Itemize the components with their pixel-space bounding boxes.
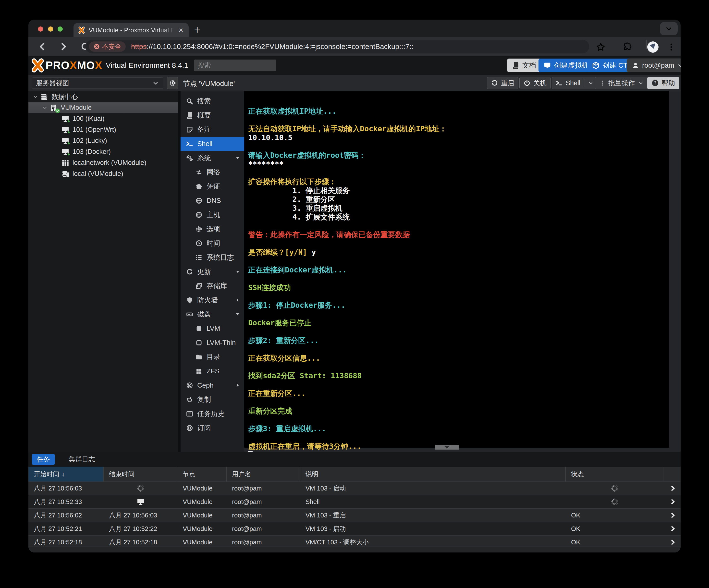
retweet-icon [186,396,193,403]
tab-close-icon[interactable]: × [178,26,184,34]
ceph-icon [186,382,193,389]
terminal-line: 找到sda2分区 Start: 1138688 [248,371,669,380]
datacenter-icon [40,92,49,101]
browser-menu-icon[interactable] [667,40,676,54]
menu-item-ceph[interactable]: Ceph [181,378,244,393]
shell-button[interactable]: Shell [552,77,598,89]
tree-settings-button[interactable] [167,77,178,89]
tree-item-localnetwork-vumodule-[interactable]: localnetwork (VUModule) [28,157,178,168]
column-header-1[interactable]: 开始时间 ↓ [28,467,104,481]
column-header-5[interactable]: 说明 [300,467,566,481]
note-icon [186,126,193,133]
expanded-arrow-icon[interactable] [235,269,240,274]
task-row[interactable]: 八月 27 10:52:21八月 27 10:52:22VUModuleroot… [28,522,681,535]
tree-item-100-ikuai-[interactable]: 100 (iKuai) [28,113,178,124]
task-row[interactable]: 八月 27 10:56:03VUModuleroot@pamVM 103 - 启… [28,481,681,495]
menu-item-lvm-thin[interactable]: LVM-Thin [181,336,244,350]
collapsed-arrow-icon[interactable] [235,383,240,388]
menu-item--[interactable]: 搜索 [181,94,244,108]
tree-item-103-docker-[interactable]: 103 (Docker) [28,146,178,157]
task-end-time: 八月 27 10:52:22 [109,525,157,533]
tab-search-button[interactable] [660,22,678,35]
menu-item--[interactable]: 任务历史 [181,407,244,421]
maximize-window-button[interactable] [58,26,63,32]
menu-item--[interactable]: 复制 [181,393,244,407]
task-detail-button[interactable] [663,509,681,522]
extensions-puzzle-icon[interactable] [622,40,632,54]
pve-search-input[interactable] [194,59,277,71]
not-secure-icon [93,43,100,50]
menu-item--[interactable]: 概要 [181,108,244,123]
tree-splitter[interactable] [178,91,181,452]
menu-item--[interactable]: 订阅 [181,421,244,435]
task-row[interactable]: 八月 27 10:56:02八月 27 10:56:03VUModuleroot… [28,508,681,522]
column-header-2[interactable]: 结束时间 [104,467,177,481]
forward-icon[interactable] [59,42,69,51]
menu-item--[interactable]: 磁盘 [181,307,244,321]
menu-item--[interactable]: 存储库 [181,279,244,293]
caret-down-icon[interactable] [33,94,38,100]
menu-item-dns[interactable]: DNS [181,193,244,208]
menu-item--[interactable]: 系统 [181,151,244,165]
bulk-actions-button[interactable]: 批量操作 [595,77,648,89]
menu-item--[interactable]: 更新 [181,265,244,279]
create-vm-button[interactable]: 创建虚拟机 [539,58,593,72]
task-row[interactable]: 八月 27 10:52:33VUModuleroot@pamShell [28,495,681,508]
menu-item--[interactable]: 选项 [181,222,244,236]
terminal-line [248,363,669,371]
tree-item-vumodule[interactable]: VUModule [28,102,178,113]
shutdown-button[interactable]: 关机 [519,77,551,89]
view-selector[interactable]: 服务器视图 [32,77,163,89]
browser-window: VUModule - Proxmox Virtual E × + 不安全 htt… [28,20,681,553]
menu-item--[interactable]: 凭证 [181,179,244,193]
column-header-3[interactable]: 节点 [177,467,227,481]
create-ct-button[interactable]: 创建 CT [587,58,632,72]
task-tab-inactive[interactable]: 集群日志 [64,454,100,465]
menu-item--[interactable]: 目录 [181,350,244,364]
view-selector-label: 服务器视图 [36,79,69,87]
security-badge[interactable]: 不安全 [89,42,126,52]
spinner-icon [610,484,619,492]
expanded-arrow-icon[interactable] [235,312,240,317]
tree-item-101-openwrt-[interactable]: 101 (OpenWrt) [28,124,178,135]
menu-item-label: 主机 [207,210,220,219]
task-detail-button[interactable] [663,522,681,535]
task-detail-button[interactable] [663,482,681,495]
menu-item-shell[interactable]: Shell [181,137,244,151]
docs-button[interactable]: 文档 [507,58,541,72]
menu-item--[interactable]: 时间 [181,236,244,250]
menu-item--[interactable]: 主机 [181,208,244,222]
restart-button[interactable]: 重启 [487,77,518,89]
vm-icon [61,126,70,134]
column-header-4[interactable]: 用户名 [227,467,300,481]
task-detail-button[interactable] [663,495,681,508]
menu-item-zfs[interactable]: ZFS [181,364,244,378]
caret-down-icon[interactable] [42,105,48,110]
column-header-6[interactable]: 状态 [566,467,663,481]
task-tab-active[interactable]: 任务 [32,454,55,465]
close-window-button[interactable] [38,26,43,32]
menu-item-lvm[interactable]: LVM [181,321,244,336]
menu-item-label: 搜索 [197,97,211,106]
shell-terminal[interactable]: 正在获取虚拟机IP地址... 无法自动获取IP地址，请手动输入Docker虚拟机… [244,91,669,448]
menu-item--[interactable]: 防火墙 [181,293,244,307]
new-tab-button[interactable]: + [194,25,201,35]
minimize-window-button[interactable] [48,26,53,32]
tree-item-local-vumodule-[interactable]: local (VUModule) [28,168,178,179]
tree-item--[interactable]: 数据中心 [28,91,178,102]
back-icon[interactable] [37,42,47,51]
menu-item--[interactable]: 备注 [181,123,244,137]
bookmark-star-icon[interactable] [596,40,606,54]
browser-tab[interactable]: VUModule - Proxmox Virtual E × [74,23,189,37]
collapsed-arrow-icon[interactable] [235,297,240,303]
panel-collapse-handle[interactable] [435,445,458,450]
profile-avatar[interactable] [647,40,659,54]
address-bar[interactable]: 不安全 https://10.10.10.254:8006/#v1:0:=nod… [85,40,589,53]
user-menu-button[interactable]: root@pam [627,58,681,72]
tree-item-102-lucky-[interactable]: 102 (Lucky) [28,135,178,146]
help-button[interactable]: ? 帮助 [647,77,679,89]
menu-item-label: Shell [197,140,212,148]
expanded-arrow-icon[interactable] [235,155,240,161]
menu-item--[interactable]: 系统日志 [181,250,244,265]
menu-item--[interactable]: 网络 [181,165,244,179]
